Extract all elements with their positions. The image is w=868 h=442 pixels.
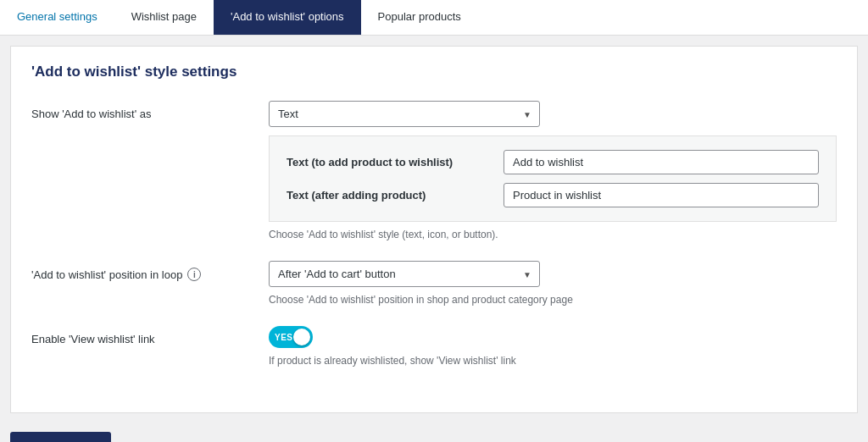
view-wishlist-help-text: If product is already wishlisted, show '… xyxy=(269,355,837,367)
view-wishlist-label: Enable 'View wishlist' link xyxy=(31,326,252,345)
view-wishlist-control: YES If product is already wishlisted, sh… xyxy=(269,326,837,367)
text-after-adding-label: Text (after adding product) xyxy=(287,189,490,202)
section-title: 'Add to wishlist' style settings xyxy=(31,64,837,80)
tab-wishlist-page[interactable]: Wishlist page xyxy=(114,0,214,35)
footer-bar: Save changes xyxy=(0,423,868,442)
show-as-label: Show 'Add to wishlist' as xyxy=(31,101,252,120)
tab-add-to-wishlist-options[interactable]: 'Add to wishlist' options xyxy=(214,0,361,35)
show-as-help-text: Choose 'Add to wishlist' style (text, ic… xyxy=(269,229,837,240)
show-as-select[interactable]: Text Icon Button xyxy=(269,101,540,127)
show-as-select-wrapper: Text Icon Button ▼ xyxy=(269,101,540,127)
tabs-bar: General settings Wishlist page 'Add to w… xyxy=(0,0,868,36)
save-button[interactable]: Save changes xyxy=(10,432,111,442)
text-to-add-label: Text (to add product to wishlist) xyxy=(287,156,490,169)
content-area: 'Add to wishlist' style settings Show 'A… xyxy=(10,46,858,413)
text-to-add-row: Text (to add product to wishlist) xyxy=(287,150,819,174)
sub-panel: Text (to add product to wishlist) Text (… xyxy=(269,135,837,222)
position-select-wrapper: After 'Add to cart' button Before 'Add t… xyxy=(269,261,540,287)
position-in-loop-row: 'Add to wishlist' position in loop i Aft… xyxy=(31,261,837,306)
show-as-row: Show 'Add to wishlist' as Text Icon Butt… xyxy=(31,101,837,240)
info-icon[interactable]: i xyxy=(187,268,201,281)
view-wishlist-row: Enable 'View wishlist' link YES If produ… xyxy=(31,326,837,367)
position-in-loop-select[interactable]: After 'Add to cart' button Before 'Add t… xyxy=(269,261,540,287)
toggle-yes-label: YES xyxy=(275,333,293,342)
position-help-text: Choose 'Add to wishlist' position in sho… xyxy=(269,294,837,306)
page-wrapper: General settings Wishlist page 'Add to w… xyxy=(0,0,868,442)
tab-general-settings[interactable]: General settings xyxy=(0,0,114,35)
tab-popular-products[interactable]: Popular products xyxy=(361,0,478,35)
view-wishlist-toggle[interactable]: YES xyxy=(269,326,313,348)
position-in-loop-label: 'Add to wishlist' position in loop i xyxy=(31,261,252,281)
toggle-thumb xyxy=(293,329,310,345)
position-in-loop-control: After 'Add to cart' button Before 'Add t… xyxy=(269,261,837,306)
text-after-adding-input[interactable] xyxy=(504,183,819,207)
text-to-add-input[interactable] xyxy=(504,150,819,174)
show-as-control: Text Icon Button ▼ Text (to add product … xyxy=(269,101,837,240)
text-after-adding-row: Text (after adding product) xyxy=(287,183,819,207)
toggle-wrapper: YES xyxy=(269,326,837,348)
